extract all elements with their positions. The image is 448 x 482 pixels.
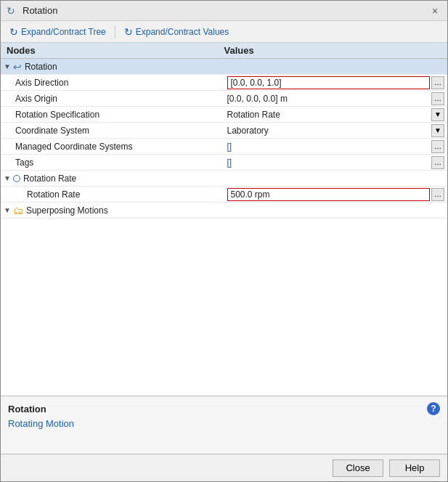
folder-icon: 🗂 [13,205,23,216]
axis-origin-value: [0.0, 0.0, 0.0] m [227,94,431,104]
node-cell-tags: Tags [1,156,224,169]
superposing-label: Superposing Motions [26,205,108,216]
table-row[interactable]: Managed Coordinate Systems [] … [1,139,447,155]
value-cell-rotation-rate: 500.0 rpm … [224,187,448,202]
value-cell-rotation-spec: Rotation Rate ▼ [224,107,448,122]
axis-origin-label: Axis Origin [15,94,57,104]
expand-tree-icon: ↻ [9,26,18,38]
coordinate-system-value: Laboratory [227,126,431,136]
table-row[interactable]: Coordinate System Laboratory ▼ [1,123,447,139]
toolbar: ↻ Expand/Contract Tree ↻ Expand/Contract… [1,21,447,43]
table-row[interactable]: ▼ ↩ Rotation [1,59,447,75]
rate-icon [13,175,20,182]
col-nodes: Nodes [7,45,224,56]
help-button[interactable]: Help [389,459,440,477]
managed-cs-ellipsis-button[interactable]: … [431,140,444,153]
tags-label: Tags [15,158,33,168]
node-cell-superposing: ▼ 🗂 Superposing Motions [1,203,224,218]
value-cell-rotation [224,66,448,68]
expand-contract-tree-button[interactable]: ↻ Expand/Contract Tree [7,25,109,39]
rotation-rate-group-label: Rotation Rate [23,173,76,184]
expand-contract-values-label: Expand/Contract Values [136,27,229,37]
tags-ellipsis-button[interactable]: … [431,156,444,169]
node-cell-rotation: ▼ ↩ Rotation [1,60,224,74]
table-row[interactable]: ▼ 🗂 Superposing Motions [1,203,447,218]
table-row[interactable]: Rotation Rate 500.0 rpm … [1,187,447,203]
expand-contract-tree-label: Expand/Contract Tree [21,27,106,37]
node-cell-axis-origin: Axis Origin [1,92,224,105]
coordinate-system-dropdown-button[interactable]: ▼ [431,124,444,137]
axis-origin-ellipsis-button[interactable]: … [431,92,444,105]
node-cell-rotation-rate-group: ▼ Rotation Rate [1,172,224,185]
title-bar: ↻ Rotation × [1,1,447,21]
window-close-button[interactable]: × [428,4,441,17]
axis-direction-value: [0.0, 0.0, 1.0] [231,78,282,88]
window-title: Rotation [23,5,57,16]
title-bar-left: ↻ Rotation [7,5,57,17]
rotation-rate-label: Rotation Rate [27,189,80,200]
value-cell-coordinate-system: Laboratory ▼ [224,123,448,138]
expand-values-icon: ↻ [124,26,133,38]
value-cell-superposing [224,210,448,211]
bottom-panel-title: Rotation [8,404,46,414]
rotation-rate-value-box[interactable]: 500.0 rpm [227,188,431,201]
table-row[interactable]: ▼ Rotation Rate [1,171,447,187]
value-cell-tags: [] … [224,155,448,170]
node-cell-coordinate-system: Coordinate System [1,124,224,137]
node-cell-rotation-spec: Rotation Specification [1,108,224,121]
managed-cs-label: Managed Coordinate Systems [15,142,132,152]
expand-contract-values-button[interactable]: ↻ Expand/Contract Values [121,25,232,39]
value-cell-axis-direction: [0.0, 0.0, 1.0] … [224,75,448,90]
node-cell-managed-cs: Managed Coordinate Systems [1,140,224,153]
expand-icon-rotation[interactable]: ▼ [4,62,11,70]
axis-direction-label: Axis Direction [15,78,68,88]
rotation-spec-value: Rotation Rate [227,110,431,120]
value-cell-managed-cs: [] … [224,139,448,154]
table-row[interactable]: Axis Direction [0.0, 0.0, 1.0] … [1,75,447,91]
button-bar: Close Help [1,454,447,481]
table-row[interactable]: Tags [] … [1,155,447,171]
expand-icon-rotation-rate-group[interactable]: ▼ [4,174,11,182]
help-icon[interactable]: ? [427,402,440,415]
coordinate-system-label: Coordinate System [15,126,89,136]
rotation-rate-ellipsis-button[interactable]: … [431,188,444,201]
table-header: Nodes Values [1,43,447,59]
expand-icon-superposing[interactable]: ▼ [4,206,11,214]
node-cell-rotation-rate: Rotation Rate [1,188,224,201]
window-icon: ↻ [7,5,18,17]
rotation-spec-dropdown-button[interactable]: ▼ [431,108,444,121]
table-row[interactable]: Rotation Specification Rotation Rate ▼ [1,107,447,123]
rotation-dialog: ↻ Rotation × ↻ Expand/Contract Tree ↻ Ex… [0,0,448,482]
tags-value: [] [227,158,431,168]
axis-direction-value-box[interactable]: [0.0, 0.0, 1.0] [227,76,431,89]
node-cell-axis-direction: Axis Direction [1,76,224,89]
rotation-rate-value: 500.0 rpm [231,189,270,200]
toolbar-separator [115,25,115,38]
table-body: ▼ ↩ Rotation Axis Direction [0.0, 0.0, 1… [1,59,447,396]
rotating-motion-link[interactable]: Rotating Motion [8,418,74,429]
axis-direction-ellipsis-button[interactable]: … [431,76,444,89]
bottom-panel: Rotation ? Rotating Motion [1,396,447,454]
bottom-panel-header: Rotation ? [8,402,440,415]
rotation-label: Rotation [25,62,57,72]
rotation-spec-label: Rotation Specification [15,110,99,120]
table-row[interactable]: Axis Origin [0.0, 0.0, 0.0] m … [1,91,447,107]
close-button[interactable]: Close [333,459,383,477]
col-values: Values [224,45,442,56]
value-cell-rotation-rate-group [224,178,448,179]
managed-cs-value: [] [227,142,431,152]
value-cell-axis-origin: [0.0, 0.0, 0.0] m … [224,91,448,106]
rotation-icon: ↩ [13,61,22,73]
